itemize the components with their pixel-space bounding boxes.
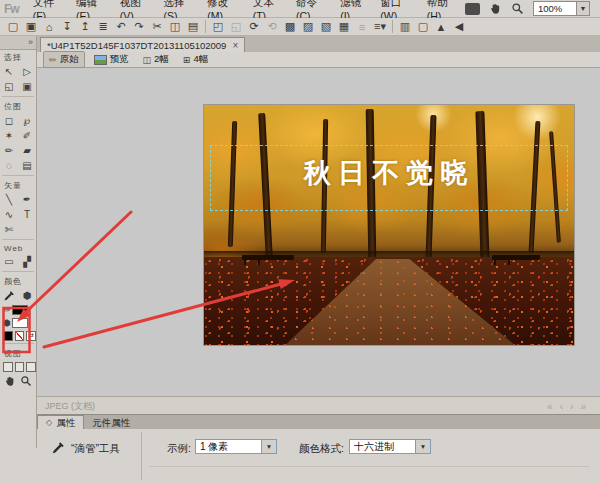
lasso-tool[interactable]: ℘ bbox=[18, 113, 36, 128]
hand-tool-icon[interactable] bbox=[4, 375, 16, 387]
new-document-icon[interactable]: ▢ bbox=[4, 19, 22, 34]
document-tab-bar: *U4P1T52D145F1037DT20131105102009 × bbox=[37, 36, 600, 53]
text-tool[interactable]: T bbox=[18, 207, 36, 222]
view-original-button[interactable]: ✏ 原始 bbox=[43, 51, 85, 68]
previous-page-icon[interactable]: ‹ bbox=[560, 401, 563, 412]
view-4up-button[interactable]: ⊞ 4幅 bbox=[178, 52, 213, 67]
view-preview-label: 预览 bbox=[110, 53, 129, 66]
blur-tool[interactable]: ◌ bbox=[0, 158, 18, 173]
rotate-ccw-icon[interactable]: ⟲ bbox=[263, 19, 281, 34]
canvas-image[interactable]: 秋日不觉晓 bbox=[204, 105, 574, 345]
swap-colors-icon[interactable]: ⇄ bbox=[26, 331, 36, 341]
image-bench bbox=[242, 255, 294, 260]
save-icon[interactable]: ▣ bbox=[22, 19, 40, 34]
brush-tool[interactable]: ✐ bbox=[18, 128, 36, 143]
page-icon[interactable]: ▥ bbox=[396, 19, 414, 34]
rubber-stamp-tool[interactable]: ▤ bbox=[18, 158, 36, 173]
bring-to-front-icon[interactable]: ▩ bbox=[281, 19, 299, 34]
stroke-color-well[interactable]: ✏ bbox=[0, 303, 36, 316]
properties-divider bbox=[141, 432, 142, 480]
format-dropdown-arrow-icon[interactable]: ▼ bbox=[415, 440, 430, 453]
ungroup-icon[interactable]: ◱ bbox=[227, 19, 245, 34]
align-menu-icon[interactable]: ≡▾ bbox=[371, 19, 389, 34]
canvas-area[interactable]: 秋日不觉晓 bbox=[37, 68, 600, 396]
no-color-icon[interactable] bbox=[15, 331, 25, 341]
zoom-icon[interactable] bbox=[511, 2, 524, 15]
first-page-icon[interactable]: « bbox=[547, 401, 553, 412]
line-tool[interactable]: ╲ bbox=[0, 192, 18, 207]
send-backward-icon[interactable]: ▧ bbox=[317, 19, 335, 34]
eyedropper-tool[interactable] bbox=[0, 288, 18, 303]
zoom-tool-icon[interactable] bbox=[20, 375, 32, 387]
color-format-select[interactable]: 十六进制 ▼ bbox=[349, 439, 431, 454]
tab-properties[interactable]: ◇ 属性 bbox=[37, 415, 84, 430]
tab-symbol-properties[interactable]: 元件属性 bbox=[84, 416, 138, 430]
fill-color-well[interactable]: ⬢ bbox=[0, 316, 36, 329]
image-bench bbox=[492, 255, 540, 260]
knife-tool[interactable]: ✄ bbox=[0, 222, 18, 237]
sample-select[interactable]: 1 像素 ▼ bbox=[195, 439, 277, 454]
state-icon[interactable]: ▢ bbox=[414, 19, 432, 34]
tools-divider bbox=[2, 239, 34, 240]
export-format-info: JPEG (文档) bbox=[45, 400, 95, 413]
pencil-tool[interactable]: ✏ bbox=[0, 143, 18, 158]
redo-icon[interactable]: ↷ bbox=[130, 19, 148, 34]
two-up-icon: ◫ bbox=[143, 55, 152, 65]
tools-section-select-label: 选择 bbox=[0, 50, 36, 64]
tools-divider bbox=[2, 343, 34, 344]
view-preview-button[interactable]: 预览 bbox=[89, 52, 134, 67]
import-icon[interactable]: ↧ bbox=[58, 19, 76, 34]
open-icon[interactable]: ⌂ bbox=[40, 19, 58, 34]
tools-panel-collapse[interactable]: » bbox=[0, 36, 36, 50]
print-icon[interactable]: ≣ bbox=[94, 19, 112, 34]
crop-tool[interactable]: ▣ bbox=[18, 79, 36, 94]
stroke-color-swatch[interactable] bbox=[12, 305, 28, 315]
paste-icon[interactable]: ▤ bbox=[184, 19, 202, 34]
view-2up-button[interactable]: ◫ 2幅 bbox=[138, 52, 174, 67]
pen-tool[interactable]: ✒ bbox=[18, 192, 36, 207]
export-icon[interactable]: ↥ bbox=[76, 19, 94, 34]
document-tab[interactable]: *U4P1T52D145F1037DT20131105102009 × bbox=[40, 37, 245, 52]
paint-bucket-tool[interactable]: ⬢ bbox=[18, 288, 36, 303]
full-screen-with-menus-button[interactable] bbox=[15, 362, 25, 372]
view-4up-label: 4幅 bbox=[193, 53, 208, 66]
scale-tool[interactable]: ◱ bbox=[0, 79, 18, 94]
pointer-tool[interactable]: ↖ bbox=[0, 64, 18, 79]
cut-icon[interactable]: ✂ bbox=[148, 19, 166, 34]
send-to-back-icon[interactable]: ▦ bbox=[335, 19, 353, 34]
preview-image-icon bbox=[94, 55, 107, 65]
group-icon[interactable]: ◰ bbox=[209, 19, 227, 34]
screen-mode-icon[interactable] bbox=[465, 3, 480, 15]
panel-expander-icon[interactable]: ◇ bbox=[46, 417, 52, 429]
slice-tool[interactable]: ▞ bbox=[18, 254, 36, 269]
close-tab-icon[interactable]: × bbox=[232, 40, 238, 51]
main-toolbar: ▢ ▣ ⌂ ↧ ↥ ≣ ↶ ↷ ✂ ◫ ▤ ◰ ◱ ⟳ ⟲ ▩ ▨ ▧ ▦ ≡ … bbox=[0, 18, 600, 36]
freeform-tool[interactable]: ∿ bbox=[0, 207, 18, 222]
copy-icon[interactable]: ◫ bbox=[166, 19, 184, 34]
undo-icon[interactable]: ↶ bbox=[112, 19, 130, 34]
default-colors-icon[interactable] bbox=[3, 331, 13, 341]
hotspot-tool[interactable]: ▭ bbox=[0, 254, 18, 269]
fill-color-swatch[interactable] bbox=[12, 318, 28, 328]
tools-divider bbox=[2, 271, 34, 272]
tools-divider bbox=[2, 175, 34, 176]
last-page-icon[interactable]: » bbox=[580, 401, 586, 412]
rotate-cw-icon[interactable]: ⟳ bbox=[245, 19, 263, 34]
hand-icon[interactable] bbox=[489, 2, 502, 15]
magic-wand-tool[interactable]: ✶ bbox=[0, 128, 18, 143]
align-icon[interactable]: ≡ bbox=[353, 19, 371, 34]
standard-screen-mode-button[interactable] bbox=[3, 362, 13, 372]
full-screen-mode-button[interactable] bbox=[26, 362, 36, 372]
menu-bar: Fw 文件(F) 编辑(E) 视图(V) 选择(S) 修改(M) 文本(T) 命… bbox=[0, 0, 600, 18]
bring-forward-icon[interactable]: ▨ bbox=[299, 19, 317, 34]
color-format-label: 颜色格式: bbox=[299, 442, 344, 456]
subselection-tool[interactable]: ▷ bbox=[18, 64, 36, 79]
marquee-tool[interactable]: ◻ bbox=[0, 113, 18, 128]
arrow-left-icon[interactable]: ◀ bbox=[450, 19, 468, 34]
zoom-dropdown-arrow-icon[interactable]: ▼ bbox=[576, 2, 589, 15]
next-page-icon[interactable]: › bbox=[570, 401, 573, 412]
eraser-tool[interactable]: ▰ bbox=[18, 143, 36, 158]
shape-icon[interactable]: ▲ bbox=[432, 19, 450, 34]
zoom-level-select[interactable]: 100% ▼ bbox=[533, 1, 590, 16]
sample-dropdown-arrow-icon[interactable]: ▼ bbox=[261, 440, 276, 453]
